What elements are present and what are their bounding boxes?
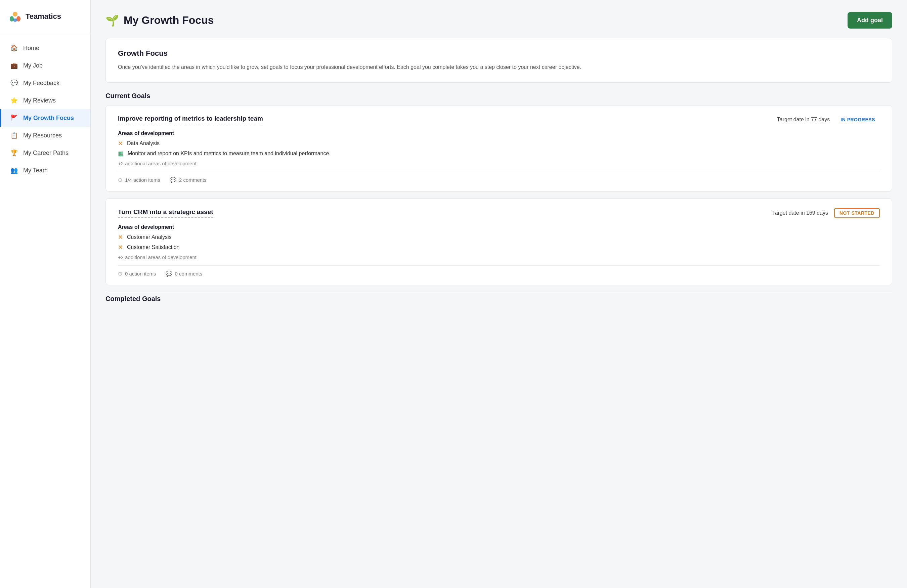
svg-point-3 <box>13 18 17 22</box>
goal-1-comments: 💬 2 comments <box>170 177 207 183</box>
goal-1-action-items-text: 1/4 action items <box>125 177 160 183</box>
sidebar-label-my-resources: My Resources <box>23 132 62 139</box>
area-2-0-label: Customer Analysis <box>127 234 171 240</box>
goal-1-status-badge: IN PROGRESS <box>836 115 880 124</box>
goal-1-areas-title: Areas of development <box>118 130 880 136</box>
teamatics-logo-icon <box>8 10 22 24</box>
sidebar-label-my-team: My Team <box>23 167 48 174</box>
app-name: Teamatics <box>26 12 61 21</box>
goal-2-action-items-text: 0 action items <box>125 271 156 277</box>
goal-card-2[interactable]: Turn CRM into a strategic asset Target d… <box>106 198 892 285</box>
goal-2-additional-areas: +2 additional areas of development <box>118 254 880 260</box>
svg-point-1 <box>10 16 14 21</box>
action-items-icon-2: ⊙ <box>118 271 122 277</box>
area-1-icon: ▦ <box>118 150 123 157</box>
sidebar-item-my-career-paths[interactable]: 🏆 My Career Paths <box>0 144 90 162</box>
goal-1-action-items: ⊙ 1/4 action items <box>118 177 160 183</box>
page-title: My Growth Focus <box>123 14 214 27</box>
growth-focus-title-icon: 🌱 <box>106 14 119 27</box>
goal-2-comments-text: 0 comments <box>175 271 203 277</box>
goal-2-area-1: ✕ Customer Satisfaction <box>118 244 880 251</box>
completed-goals-heading: Completed Goals <box>106 292 892 303</box>
goal-card-1[interactable]: Improve reporting of metrics to leadersh… <box>106 105 892 192</box>
clipboard-icon: 📋 <box>10 132 18 139</box>
flag-icon: 🚩 <box>10 114 18 122</box>
goal-2-title: Turn CRM into a strategic asset <box>118 208 213 218</box>
comments-icon-2: 💬 <box>166 271 172 277</box>
page-title-row: 🌱 My Growth Focus <box>106 14 214 27</box>
growth-focus-card-title: Growth Focus <box>118 49 880 58</box>
goal-2-area-0: ✕ Customer Analysis <box>118 234 880 241</box>
comments-icon-1: 💬 <box>170 177 176 183</box>
goal-2-footer: ⊙ 0 action items 💬 0 comments <box>118 266 880 277</box>
svg-point-2 <box>16 16 21 21</box>
sidebar-nav: 🏠 Home 💼 My Job 💬 My Feedback ⭐ My Revie… <box>0 33 90 185</box>
goal-2-comments: 💬 0 comments <box>166 271 203 277</box>
sidebar-item-my-team[interactable]: 👥 My Team <box>0 162 90 179</box>
area-2-1-label: Customer Satisfaction <box>127 244 180 250</box>
goal-1-footer: ⊙ 1/4 action items 💬 2 comments <box>118 172 880 183</box>
goal-2-target-date: Target date in 169 days <box>772 210 828 216</box>
goal-1-header: Improve reporting of metrics to leadersh… <box>118 115 880 124</box>
star-icon: ⭐ <box>10 97 18 104</box>
goal-2-action-items: ⊙ 0 action items <box>118 271 156 277</box>
sidebar-item-home[interactable]: 🏠 Home <box>0 39 90 57</box>
goal-1-target-date: Target date in 77 days <box>777 117 830 123</box>
sidebar-label-my-career-paths: My Career Paths <box>23 149 69 157</box>
growth-focus-card-description: Once you've identified the areas in whic… <box>118 62 880 72</box>
goal-2-header: Turn CRM into a strategic asset Target d… <box>118 208 880 218</box>
logo-area: Teamatics <box>0 0 90 33</box>
goal-1-meta: Target date in 77 days IN PROGRESS <box>777 115 880 124</box>
goal-2-meta: Target date in 169 days NOT STARTED <box>772 208 880 218</box>
home-icon: 🏠 <box>10 44 18 52</box>
add-goal-button[interactable]: Add goal <box>848 12 892 29</box>
sidebar-label-home: Home <box>23 45 39 52</box>
sidebar-label-my-feedback: My Feedback <box>23 80 59 87</box>
goal-2-areas-title: Areas of development <box>118 224 880 230</box>
sidebar-item-my-reviews[interactable]: ⭐ My Reviews <box>0 92 90 109</box>
sidebar-label-my-job: My Job <box>23 62 43 69</box>
sidebar-label-my-growth-focus: My Growth Focus <box>23 115 74 122</box>
goal-1-title: Improve reporting of metrics to leadersh… <box>118 115 263 124</box>
area-2-0-icon: ✕ <box>118 234 123 241</box>
sidebar-item-my-resources[interactable]: 📋 My Resources <box>0 127 90 144</box>
sidebar-item-my-job[interactable]: 💼 My Job <box>0 57 90 74</box>
main-content: 🌱 My Growth Focus Add goal Growth Focus … <box>91 0 907 588</box>
goal-1-area-0: ✕ Data Analysis <box>118 140 880 147</box>
chat-icon: 💬 <box>10 79 18 87</box>
trophy-icon: 🏆 <box>10 149 18 157</box>
goal-1-comments-text: 2 comments <box>179 177 207 183</box>
sidebar-label-my-reviews: My Reviews <box>23 97 56 104</box>
current-goals-heading: Current Goals <box>106 92 892 100</box>
area-1-label: Monitor and report on KPIs and metrics t… <box>128 151 330 157</box>
growth-focus-info-card: Growth Focus Once you've identified the … <box>106 38 892 83</box>
svg-point-0 <box>13 12 18 16</box>
people-icon: 👥 <box>10 167 18 174</box>
sidebar: Teamatics 🏠 Home 💼 My Job 💬 My Feedback … <box>0 0 91 588</box>
goal-1-additional-areas: +2 additional areas of development <box>118 160 880 166</box>
area-0-label: Data Analysis <box>127 141 160 146</box>
page-header: 🌱 My Growth Focus Add goal <box>106 12 892 29</box>
goal-1-area-1: ▦ Monitor and report on KPIs and metrics… <box>118 150 880 157</box>
action-items-icon-1: ⊙ <box>118 177 122 183</box>
area-0-icon: ✕ <box>118 140 123 147</box>
sidebar-item-my-feedback[interactable]: 💬 My Feedback <box>0 74 90 92</box>
area-2-1-icon: ✕ <box>118 244 123 251</box>
sidebar-item-my-growth-focus[interactable]: 🚩 My Growth Focus <box>0 109 90 127</box>
briefcase-icon: 💼 <box>10 62 18 69</box>
goal-2-status-badge: NOT STARTED <box>834 208 880 218</box>
